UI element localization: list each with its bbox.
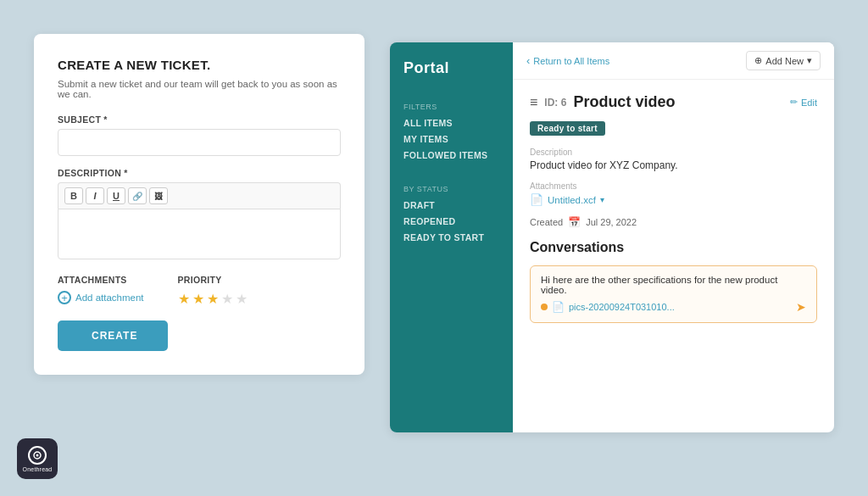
edit-button[interactable]: ✏ Edit bbox=[790, 97, 817, 108]
portal-main: ‹ Return to All Items ⊕ Add New ▾ ≡ ID: bbox=[513, 42, 834, 432]
portal-content: ≡ ID: 6 Product video ✏ Edit Ready to st… bbox=[513, 80, 834, 432]
orange-dot-icon bbox=[541, 304, 548, 310]
sidebar-item-followed-items[interactable]: FOLLOWED ITEMS bbox=[403, 150, 499, 160]
underline-button[interactable]: U bbox=[107, 187, 125, 204]
attachment-link[interactable]: 📄 Untitled.xcf ▾ bbox=[530, 193, 817, 206]
description-detail-label: Description bbox=[530, 148, 817, 157]
star-3[interactable]: ★ bbox=[207, 291, 219, 307]
sidebar-item-all-items[interactable]: ALL ITEMS bbox=[403, 118, 499, 128]
add-new-button[interactable]: ⊕ Add New ▾ bbox=[746, 51, 821, 70]
description-section: DESCRIPTION * B I U 🔗 🖼 bbox=[58, 168, 341, 263]
add-new-label: Add New bbox=[765, 56, 804, 66]
send-icon[interactable]: ➤ bbox=[796, 300, 806, 314]
priority-label: PRIORITY bbox=[178, 275, 248, 285]
image-button[interactable]: 🖼 bbox=[149, 187, 168, 204]
onethread-logo: Onethread bbox=[17, 438, 58, 479]
star-1[interactable]: ★ bbox=[178, 291, 190, 307]
svg-point-1 bbox=[36, 454, 39, 456]
ticket-id-title: ≡ ID: 6 Product video bbox=[530, 93, 675, 111]
star-5[interactable]: ★ bbox=[236, 291, 248, 307]
conversation-attachment-name: pics-20200924T031010... bbox=[569, 302, 675, 312]
link-button[interactable]: 🔗 bbox=[128, 187, 147, 204]
ticket-title: Product video bbox=[573, 93, 675, 111]
subject-label: SUBJECT * bbox=[58, 114, 341, 125]
italic-button[interactable]: I bbox=[86, 187, 104, 204]
star-2[interactable]: ★ bbox=[192, 291, 204, 307]
bottom-row: ATTACHMENTS + Add attachment PRIORITY ★ … bbox=[58, 275, 341, 307]
onethread-logo-icon bbox=[28, 446, 47, 465]
ticket-id: ID: 6 bbox=[544, 97, 566, 109]
conversation-attachment[interactable]: 📄 pics-20200924T031010... bbox=[541, 301, 675, 313]
sidebar-item-ready-to-start[interactable]: READY TO START bbox=[403, 232, 499, 242]
sidebar-item-my-items[interactable]: MY ITEMS bbox=[403, 134, 499, 144]
chevron-down-icon: ▾ bbox=[807, 55, 812, 66]
add-attachment-label: Add attachment bbox=[75, 293, 144, 303]
add-attachment-button[interactable]: + Add attachment bbox=[58, 291, 144, 304]
pencil-icon: ✏ bbox=[790, 97, 798, 108]
filters-label: Filters bbox=[403, 103, 499, 111]
sidebar-item-draft[interactable]: DRAFT bbox=[403, 200, 499, 210]
panel-subtitle: Submit a new ticket and our team will ge… bbox=[58, 79, 341, 99]
description-label: DESCRIPTION * bbox=[58, 168, 341, 178]
conversation-footer: 📄 pics-20200924T031010... ➤ bbox=[541, 300, 806, 314]
back-button-label: Return to All Items bbox=[533, 56, 609, 66]
portal-logo: Portal bbox=[403, 59, 499, 77]
onethread-label: Onethread bbox=[23, 466, 53, 472]
conversations-title: Conversations bbox=[530, 240, 817, 255]
created-label: Created bbox=[530, 217, 563, 227]
ticket-header-row: ≡ ID: 6 Product video ✏ Edit bbox=[530, 93, 817, 111]
create-button[interactable]: CREATE bbox=[58, 320, 168, 351]
created-date: Jul 29, 2022 bbox=[586, 217, 637, 227]
subject-input[interactable] bbox=[58, 129, 341, 156]
panel-title: CREATE A NEW TICKET. bbox=[58, 58, 341, 72]
attachment-doc-icon: 📄 bbox=[552, 301, 565, 313]
attachments-label: ATTACHMENTS bbox=[58, 275, 144, 285]
bold-button[interactable]: B bbox=[64, 187, 83, 204]
clock-icon: ⊕ bbox=[754, 55, 762, 66]
portal-header: ‹ Return to All Items ⊕ Add New ▾ bbox=[513, 42, 834, 80]
status-badge: Ready to start bbox=[530, 120, 817, 148]
back-button[interactable]: ‹ Return to All Items bbox=[526, 54, 609, 67]
conversation-message: Hi here are the other specifications for… bbox=[541, 275, 806, 295]
star-4[interactable]: ★ bbox=[221, 291, 233, 307]
ticket-lines-icon: ≡ bbox=[530, 95, 537, 110]
calendar-icon: 📅 bbox=[568, 216, 581, 228]
attachment-filename: Untitled.xcf bbox=[548, 195, 596, 205]
file-icon: 📄 bbox=[530, 193, 543, 206]
stars-row: ★ ★ ★ ★ ★ bbox=[178, 291, 248, 307]
portal-panel: Portal Filters ALL ITEMS MY ITEMS FOLLOW… bbox=[390, 42, 834, 432]
attachments-detail-label: Attachments bbox=[530, 181, 817, 191]
edit-label: Edit bbox=[801, 98, 817, 108]
description-input[interactable] bbox=[58, 209, 341, 259]
by-status-label: By status bbox=[403, 185, 499, 193]
created-row: Created 📅 Jul 29, 2022 bbox=[530, 216, 817, 228]
attachment-circle-icon: + bbox=[58, 291, 71, 304]
sidebar-item-reopened[interactable]: REOPENED bbox=[403, 216, 499, 226]
attachments-section: ATTACHMENTS + Add attachment bbox=[58, 275, 144, 304]
chevron-left-icon: ‹ bbox=[526, 54, 530, 67]
description-detail-value: Product video for XYZ Company. bbox=[530, 159, 817, 171]
create-ticket-panel: CREATE A NEW TICKET. Submit a new ticket… bbox=[34, 34, 364, 375]
attachments-detail: Attachments 📄 Untitled.xcf ▾ bbox=[530, 181, 817, 206]
description-detail: Description Product video for XYZ Compan… bbox=[530, 148, 817, 171]
conversation-card: Hi here are the other specifications for… bbox=[530, 265, 817, 323]
priority-section: PRIORITY ★ ★ ★ ★ ★ bbox=[178, 275, 248, 307]
attachment-chevron-icon: ▾ bbox=[600, 195, 604, 204]
portal-sidebar: Portal Filters ALL ITEMS MY ITEMS FOLLOW… bbox=[390, 42, 513, 432]
editor-toolbar: B I U 🔗 🖼 bbox=[58, 182, 341, 209]
